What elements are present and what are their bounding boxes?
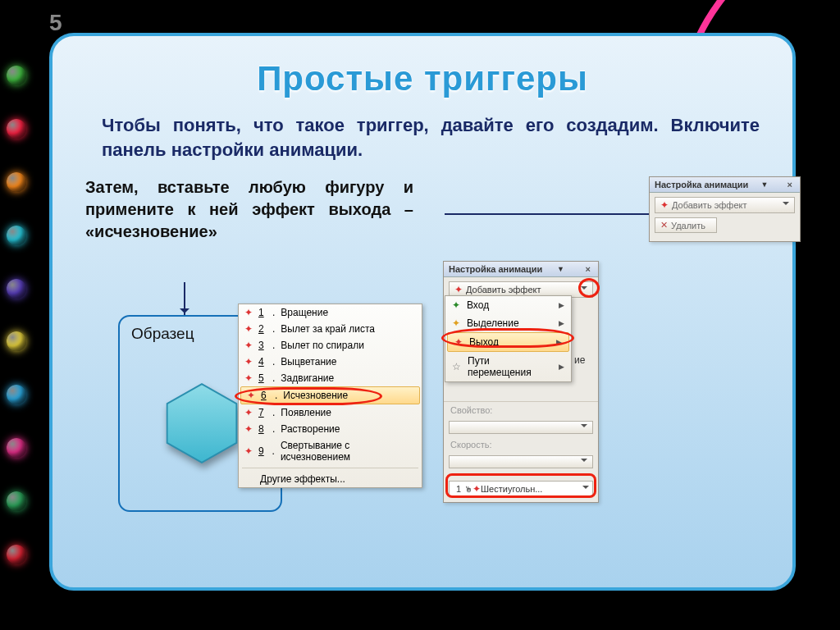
- add-effect-label: Добавить эффект: [672, 200, 746, 210]
- fx-item-4[interactable]: ✦4. Выцветание: [239, 354, 422, 370]
- nav-ball[interactable]: [7, 172, 26, 192]
- star-icon: ✦: [454, 284, 463, 295]
- fx-item-1[interactable]: ✦1. Вращение: [239, 304, 422, 321]
- fx-item-2[interactable]: ✦2. Вылет за край листа: [239, 321, 422, 337]
- star-icon: ✦: [244, 445, 253, 457]
- nav-ball[interactable]: [7, 226, 26, 245]
- pane-header: Настройка анимации ▼ ×: [444, 262, 598, 277]
- slide-number: 5: [49, 10, 62, 36]
- nav-ball[interactable]: [7, 119, 26, 139]
- effect-type-menu: ✦ Вход ▶ ✦ Выделение ▶ ✦ Выход ▶ ☆ Пути …: [445, 295, 572, 382]
- speed-label: Скорость:: [444, 438, 598, 451]
- star-icon: ✦: [452, 299, 460, 311]
- dropdown-icon: [783, 202, 789, 208]
- exit-effects-menu: ✦1. Вращение ✦2. Вылет за край листа ✦3.…: [238, 304, 422, 488]
- star-icon: ✦: [472, 483, 481, 495]
- path-icon: ☆: [452, 361, 461, 372]
- fx-label: Вылет по спирали: [281, 340, 364, 351]
- instruction-text: Затем, вставьте любую фигуру и примените…: [85, 176, 413, 243]
- fx-item-5[interactable]: ✦5. Задвигание: [239, 370, 422, 386]
- mouse-icon: 🖱: [464, 485, 472, 494]
- menu-item-enter[interactable]: ✦ Вход ▶: [445, 296, 571, 314]
- close-icon[interactable]: ×: [785, 180, 795, 189]
- star-icon: ✦: [244, 307, 253, 318]
- dropdown-icon: [581, 424, 587, 431]
- star-icon: ✦: [244, 372, 253, 384]
- submenu-arrow-icon: ▶: [556, 338, 562, 346]
- intro-text: Чтобы понять, что такое триггер, давайте…: [102, 113, 760, 162]
- fx-item-7[interactable]: ✦7. Появление: [239, 404, 422, 421]
- menu-item-exit[interactable]: ✦ Выход ▶: [447, 332, 569, 352]
- pane-title: Настройка анимации: [655, 180, 748, 189]
- fx-label: Вылет за край листа: [281, 323, 375, 335]
- dropdown-icon: [581, 459, 587, 465]
- fx-label: Исчезновение: [283, 390, 348, 401]
- effect-name: Шестиугольн...: [481, 484, 582, 494]
- slide-card: Простые триггеры Чтобы понять, что такое…: [49, 33, 796, 591]
- pane-header: Настройка анимации ▼ ×: [650, 177, 800, 193]
- menu-label: Выделение: [467, 317, 519, 329]
- effect-list-item[interactable]: 1 🖱 ✦ Шестиугольн...: [449, 481, 593, 497]
- fx-label: Появление: [281, 407, 331, 418]
- arrow-down-icon: [184, 282, 185, 315]
- svg-marker-0: [167, 384, 237, 463]
- clipped-text: ие: [574, 354, 585, 366]
- fx-label: Задвигание: [281, 372, 334, 384]
- menu-item-motionpath[interactable]: ☆ Пути перемещения ▶: [445, 352, 571, 381]
- connector-line: [445, 213, 650, 215]
- star-icon: ✦: [244, 407, 253, 418]
- submenu-arrow-icon: ▶: [559, 301, 564, 309]
- menu-item-emphasis[interactable]: ✦ Выделение ▶: [445, 314, 571, 332]
- dropdown-icon: [581, 286, 587, 293]
- menu-label: Пути перемещения: [468, 355, 552, 378]
- star-icon: ✦: [452, 317, 460, 329]
- delete-button-disabled: ✕ Удалить: [655, 217, 717, 233]
- add-effect-button-disabled: ✦ Добавить эффект: [655, 197, 795, 213]
- star-icon: ✦: [244, 340, 253, 351]
- separator: [444, 401, 598, 402]
- property-label: Свойство:: [444, 404, 598, 417]
- fx-item-8[interactable]: ✦8. Растворение: [239, 421, 422, 437]
- fx-item-9[interactable]: ✦9. Свертывание с исчезновением: [239, 437, 422, 465]
- slide-title: Простые триггеры: [77, 59, 768, 98]
- hexagon-shape[interactable]: [164, 381, 240, 466]
- slide-nav-balls: [7, 0, 36, 630]
- animation-pane-disabled: Настройка анимации ▼ × ✦ Добавить эффект…: [649, 176, 801, 242]
- property-dropdown[interactable]: [449, 421, 593, 434]
- fx-label: Свертывание с исчезновением: [281, 440, 416, 463]
- pane-title: Настройка анимации: [449, 264, 542, 274]
- add-effect-label: Добавить эффект: [466, 285, 541, 294]
- close-icon[interactable]: ×: [583, 264, 593, 274]
- submenu-arrow-icon: ▶: [559, 363, 564, 371]
- speed-dropdown[interactable]: [449, 455, 593, 468]
- nav-ball[interactable]: [7, 385, 26, 404]
- submenu-arrow-icon: ▶: [559, 319, 564, 327]
- nav-ball[interactable]: [7, 66, 26, 85]
- star-icon: ✦: [244, 423, 253, 435]
- delete-label: Удалить: [671, 221, 705, 231]
- fx-label: Другие эффекты...: [260, 473, 345, 485]
- nav-ball[interactable]: [7, 438, 26, 458]
- nav-ball[interactable]: [7, 279, 26, 299]
- pane-dropdown-icon[interactable]: ▼: [557, 265, 568, 273]
- fx-label: Растворение: [281, 423, 340, 435]
- fx-item-3[interactable]: ✦3. Вылет по спирали: [239, 337, 422, 354]
- star-icon: ✦: [660, 199, 669, 211]
- nav-ball[interactable]: [7, 491, 26, 511]
- fx-item-other[interactable]: Другие эффекты...: [239, 471, 422, 487]
- star-icon: ✦: [247, 390, 255, 401]
- pane-dropdown-icon[interactable]: ▼: [761, 180, 773, 189]
- effect-index: 1: [453, 484, 464, 494]
- star-icon: ✦: [244, 356, 253, 368]
- menu-label: Выход: [469, 336, 499, 348]
- nav-ball[interactable]: [7, 331, 26, 351]
- star-icon: ✦: [454, 336, 463, 348]
- delete-icon: ✕: [660, 220, 668, 231]
- menu-label: Вход: [467, 299, 489, 311]
- fx-label: Выцветание: [281, 356, 336, 368]
- fx-label: Вращение: [281, 307, 328, 318]
- separator: [242, 468, 418, 468]
- dropdown-icon[interactable]: [582, 486, 589, 492]
- nav-ball[interactable]: [7, 545, 26, 564]
- fx-item-6[interactable]: ✦6. Исчезновение: [240, 386, 420, 404]
